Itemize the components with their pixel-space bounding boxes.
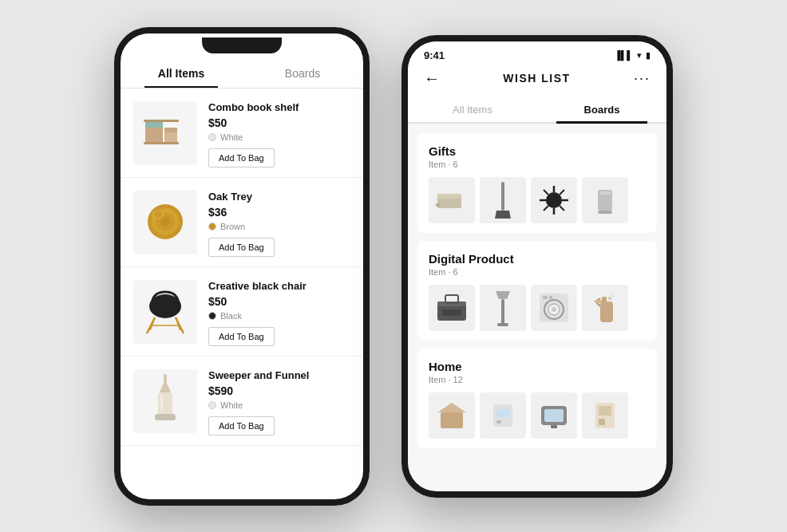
product-price: $590 <box>208 384 350 397</box>
product-image <box>133 191 197 254</box>
svg-rect-50 <box>600 301 613 322</box>
thumbnail-item <box>429 285 475 331</box>
product-info: Oak Trey $36 Brown Add To Bag <box>208 191 350 257</box>
svg-rect-51 <box>595 300 602 303</box>
wifi-icon: ▾ <box>637 50 642 61</box>
thumbnail-item <box>480 177 526 223</box>
add-to-bag-button[interactable]: Add To Bag <box>208 238 275 257</box>
svg-rect-37 <box>598 211 612 214</box>
bookshelf-icon <box>137 105 193 161</box>
board-thumbnails <box>429 177 646 223</box>
thumbnail-item <box>429 392 475 439</box>
svg-rect-18 <box>158 392 172 416</box>
svg-rect-25 <box>501 182 504 211</box>
svg-line-33 <box>560 190 564 195</box>
product-name: Sweeper and Funnel <box>208 369 350 381</box>
product-price: $50 <box>208 295 350 308</box>
status-time: 9:41 <box>424 49 445 61</box>
cup-thumb-icon <box>593 183 617 217</box>
svg-rect-64 <box>599 406 611 416</box>
svg-rect-65 <box>599 419 605 425</box>
board-title: Home <box>429 360 646 373</box>
product-price: $50 <box>208 116 350 129</box>
product-price: $36 <box>208 206 350 219</box>
product-item: Combo book shelf $50 White Add To Bag <box>121 89 363 178</box>
svg-point-47 <box>552 307 556 312</box>
left-screen: All Items Boards <box>121 33 363 499</box>
product-item: Creative black chair $50 Black Add To Ba… <box>121 267 363 357</box>
svg-rect-56 <box>441 412 463 428</box>
add-to-bag-button[interactable]: Add To Bag <box>208 327 275 346</box>
home-item-3-icon <box>536 398 571 433</box>
svg-rect-36 <box>599 191 611 195</box>
notch <box>202 37 282 53</box>
product-info: Combo book shelf $50 White Add To Bag <box>208 101 350 167</box>
svg-rect-62 <box>551 425 557 428</box>
product-info: Sweeper and Funnel $590 White Add To Bag <box>208 369 350 435</box>
svg-rect-42 <box>501 299 504 325</box>
broom-thumb-icon <box>493 180 512 220</box>
back-button[interactable]: ← <box>424 69 440 88</box>
board-title: Gifts <box>429 144 646 158</box>
svg-rect-5 <box>144 120 179 122</box>
board-thumbnails <box>429 392 646 439</box>
product-name: Oak Trey <box>208 191 350 203</box>
svg-rect-58 <box>496 409 509 417</box>
svg-rect-59 <box>496 420 501 424</box>
tab-boards-right[interactable]: Boards <box>537 96 666 122</box>
product-image <box>133 280 197 344</box>
thumbnail-item <box>531 392 577 439</box>
svg-point-11 <box>154 211 162 218</box>
product-color: Black <box>208 311 350 321</box>
svg-rect-20 <box>164 374 167 386</box>
board-count: Item · 6 <box>429 160 646 169</box>
oak-trey-icon <box>138 200 192 244</box>
board-card-gifts: Gifts Item · 6 <box>417 133 657 233</box>
home-item-2-icon <box>485 398 520 433</box>
svg-rect-48 <box>543 296 548 299</box>
svg-rect-24 <box>436 203 441 207</box>
board-card-digital: Digital Product Item · 6 <box>417 241 657 341</box>
right-phone: 9:41 ▐▌▌ ▾ ▮ ← WISH LIST ··· All Items B… <box>401 35 673 498</box>
product-name: Combo book shelf <box>208 101 350 113</box>
svg-rect-19 <box>155 414 176 420</box>
signal-icon: ▐▌▌ <box>615 50 633 60</box>
svg-rect-3 <box>164 128 177 132</box>
tab-boards-left[interactable]: Boards <box>242 57 363 88</box>
bag-thumb-icon <box>434 292 469 324</box>
home-item-1-icon <box>434 398 469 433</box>
spray-thumb-icon <box>594 289 616 327</box>
svg-rect-4 <box>144 142 179 144</box>
svg-rect-41 <box>442 309 461 316</box>
add-to-bag-button[interactable]: Add To Bag <box>208 148 275 167</box>
tab-all-items-right[interactable]: All Items <box>408 96 537 122</box>
battery-icon: ▮ <box>646 50 651 61</box>
product-color: White <box>208 400 350 410</box>
svg-rect-1 <box>145 121 163 128</box>
thumbnail-item <box>582 177 628 223</box>
nav-bar: ← WISH LIST ··· <box>408 66 666 96</box>
product-color: Brown <box>208 222 350 231</box>
thumbnail-item <box>531 285 577 331</box>
product-name: Creative black chair <box>208 280 350 292</box>
washer-thumb-icon <box>536 290 571 325</box>
svg-rect-43 <box>497 323 508 326</box>
status-icons: ▐▌▌ ▾ ▮ <box>615 50 651 61</box>
status-bar: 9:41 ▐▌▌ ▾ ▮ <box>408 41 666 66</box>
svg-rect-61 <box>544 409 564 422</box>
board-count: Item · 12 <box>429 375 646 384</box>
color-dot <box>208 133 216 141</box>
thumbnail-item <box>582 392 628 439</box>
svg-rect-49 <box>549 296 552 299</box>
tab-all-items-left[interactable]: All Items <box>121 57 242 88</box>
svg-line-31 <box>544 190 548 195</box>
product-color: White <box>208 132 350 142</box>
svg-point-53 <box>608 297 611 300</box>
product-image <box>133 101 197 165</box>
svg-rect-23 <box>437 194 461 199</box>
add-to-bag-button[interactable]: Add To Bag <box>208 416 275 435</box>
color-dot <box>208 312 216 320</box>
more-options-button[interactable]: ··· <box>634 70 651 87</box>
thumbnail-item <box>480 392 526 439</box>
notch-area <box>121 33 363 57</box>
